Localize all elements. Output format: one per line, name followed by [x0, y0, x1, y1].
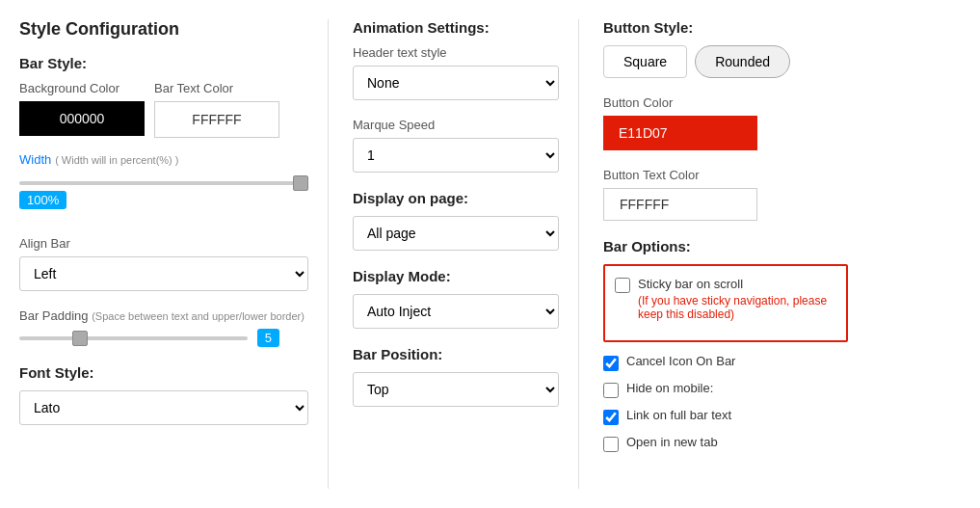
width-label: Width — [19, 152, 51, 167]
open-new-tab-label: Open in new tab — [626, 435, 718, 449]
button-color-value: E11D07 — [619, 125, 668, 141]
link-on-full-bar-checkbox[interactable] — [603, 410, 619, 425]
bar-position-select[interactable]: Top Bottom — [353, 372, 559, 407]
bar-text-color-label: Bar Text Color — [154, 81, 279, 95]
page-title: Style Configuration — [19, 19, 308, 40]
background-color-swatch[interactable]: 000000 — [19, 101, 145, 136]
display-on-page-select[interactable]: All page Home Shop — [353, 216, 559, 251]
square-button[interactable]: Square — [603, 45, 687, 78]
width-slider[interactable] — [19, 181, 308, 185]
width-badge: 100% — [19, 191, 66, 209]
header-text-style-label: Header text style — [353, 45, 559, 60]
display-mode-heading: Display Mode: — [353, 268, 559, 284]
button-color-label: Button Color — [603, 95, 848, 110]
hide-on-mobile-checkbox[interactable] — [603, 383, 619, 398]
button-text-color-swatch[interactable]: FFFFFF — [603, 188, 757, 221]
align-bar-label: Align Bar — [19, 236, 308, 251]
bar-position-heading: Bar Position: — [353, 346, 559, 362]
button-text-color-label: Button Text Color — [603, 168, 848, 182]
button-style-heading: Button Style: — [603, 19, 848, 36]
bar-padding-sublabel: (Space between text and upper/lower bord… — [92, 310, 305, 322]
background-color-label: Background Color — [19, 81, 145, 95]
cancel-icon-checkbox[interactable] — [603, 356, 619, 371]
sticky-bar-label: Sticky bar on scroll — [638, 277, 743, 291]
button-text-color-value: FFFFFF — [620, 197, 669, 212]
hide-on-mobile-label: Hide on mobile: — [626, 381, 713, 395]
link-on-full-bar-label: Link on full bar text — [626, 408, 731, 422]
button-color-swatch[interactable]: E11D07 — [603, 116, 757, 150]
bar-style-heading: Bar Style: — [19, 55, 308, 71]
open-new-tab-checkbox[interactable] — [603, 437, 619, 452]
sticky-bar-box: Sticky bar on scroll (If you have sticky… — [603, 264, 848, 342]
cancel-icon-label: Cancel Icon On Bar — [626, 354, 735, 368]
bar-text-color-value: FFFFFF — [192, 112, 241, 127]
header-text-style-select[interactable]: None Fade Slide — [353, 66, 559, 100]
bar-padding-label: Bar Padding (Space between text and uppe… — [19, 308, 308, 323]
bar-padding-slider[interactable] — [19, 336, 248, 340]
rounded-button[interactable]: Rounded — [695, 45, 790, 78]
background-color-value: 000000 — [60, 111, 105, 126]
marque-speed-select[interactable]: 1 2 3 — [353, 138, 559, 173]
display-mode-select[interactable]: Auto Inject Manual — [353, 294, 559, 329]
align-bar-select[interactable]: Left Center Right — [19, 256, 308, 291]
font-style-select[interactable]: Lato Arial Roboto — [19, 390, 308, 425]
sticky-bar-checkbox[interactable] — [615, 278, 630, 293]
width-sublabel: ( Width will in percent(%) ) — [55, 154, 178, 166]
sticky-bar-warning: (If you have sticky navigation, please k… — [638, 294, 836, 321]
animation-settings-heading: Animation Settings: — [353, 19, 559, 36]
bar-padding-value: 5 — [257, 329, 279, 347]
font-style-heading: Font Style: — [19, 364, 308, 381]
bar-options-heading: Bar Options: — [603, 238, 848, 254]
bar-text-color-swatch[interactable]: FFFFFF — [154, 101, 279, 138]
marque-speed-label: Marque Speed — [353, 118, 559, 132]
display-on-page-heading: Display on page: — [353, 190, 559, 206]
